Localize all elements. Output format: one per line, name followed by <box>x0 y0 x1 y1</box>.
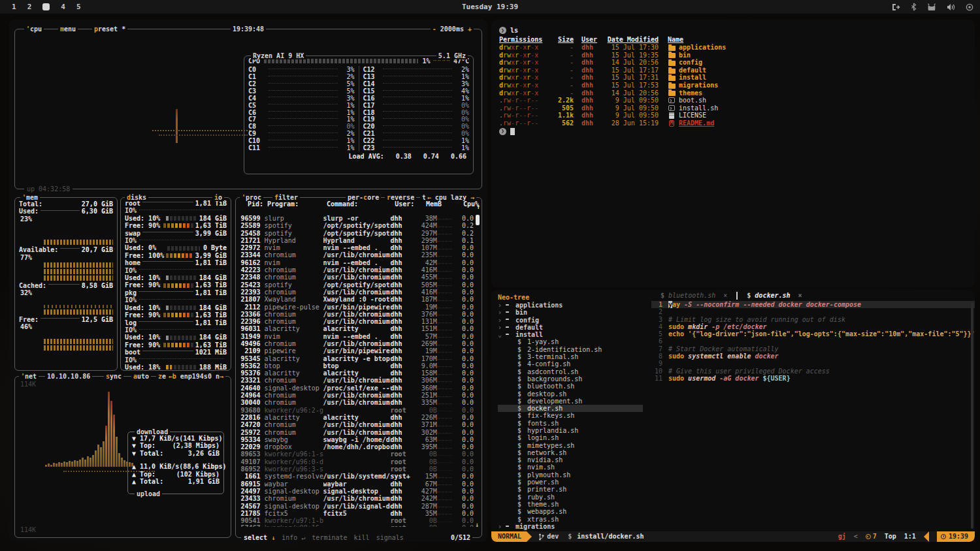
tab-bluetooth.sh[interactable]: $bluetooth.sh× <box>654 292 734 299</box>
process-row[interactable]: 31949nvimnvim --embed .dhh57M0.0 <box>237 333 474 340</box>
record-icon[interactable] <box>966 3 973 11</box>
proc-scrollbar[interactable] <box>476 215 480 524</box>
tree-item-fonts.sh[interactable]: $fonts.sh <box>498 420 651 427</box>
tree-item-4-config.sh[interactable]: $4-config.sh <box>498 360 651 368</box>
process-row[interactable]: 24964chromium/usr/lib/chromium/dhh251M0.… <box>237 392 474 399</box>
tree-item-asdcontrol.sh[interactable]: $asdcontrol.sh <box>498 368 651 375</box>
prompt-line-2[interactable]: ❯ <box>499 127 967 136</box>
process-row[interactable]: 30040chromium/usr/lib/chromium/dhh335M0.… <box>237 399 474 406</box>
process-row[interactable]: 89653kworker/u96:1-sdroot0B0.0 <box>237 451 474 458</box>
tree-item-install[interactable]: ⌄install <box>498 331 651 338</box>
process-row[interactable]: 96162nvimnvim --embed .dhh42M0.0 <box>237 259 474 266</box>
tree-item-nvim.sh[interactable]: $nvim.sh <box>498 464 651 471</box>
net-auto-button[interactable]: auto <box>131 373 151 380</box>
tree-item-network.sh[interactable]: $network.sh <box>498 449 651 456</box>
tab-docker.sh[interactable]: $docker.sh× <box>740 292 808 299</box>
tree-item-docker.sh[interactable]: $docker.sh <box>498 405 643 412</box>
tree-item-migrations[interactable]: ›migrations <box>498 523 651 530</box>
process-row[interactable]: 1661systemd-resolve/usr/lib/systemd/ssys… <box>237 473 474 480</box>
tree-item-printer.sh[interactable]: $printer.sh <box>498 486 651 493</box>
process-row[interactable]: 22029dropbox/home/dhh/.dropboxdhh395M0.0 <box>237 443 474 450</box>
tree-item-desktop.sh[interactable]: $desktop.sh <box>498 390 651 398</box>
net-sync-button[interactable]: sync <box>104 373 123 380</box>
process-row[interactable]: 21785fcitx5fcitx5dhh35M0.0 <box>237 510 474 517</box>
process-row[interactable]: 25423spotify/opt/spotify/spotidhh505M0.0 <box>237 281 474 289</box>
tree-item-development.sh[interactable]: $development.sh <box>498 398 651 405</box>
process-row[interactable]: 24640signal-desktop/proc/self/exe --tdhh… <box>237 385 474 392</box>
interval-plus-button[interactable]: + <box>468 25 472 33</box>
process-row[interactable]: 95376alacrittyalacrittydhh158M0.0 <box>237 370 474 377</box>
process-row[interactable]: 95334swaybgswaybg -i /home/dhdhh63M0.0 <box>237 436 474 443</box>
process-row[interactable]: 21721HyprlandHyprlanddhh299M0.1 <box>237 237 474 244</box>
process-row[interactable]: 42223chromium/usr/lib/chromium/dhh416M0.… <box>237 266 474 274</box>
io-mode-toggle[interactable]: io <box>212 194 224 201</box>
logout-icon[interactable] <box>892 3 900 11</box>
net-interface-switcher[interactable]: ←b enp194s0 n→ <box>167 373 225 380</box>
interval-minus-button[interactable]: - <box>433 25 436 33</box>
process-row[interactable]: 22396chromium/usr/lib/chromium/dhh131M0.… <box>237 318 474 325</box>
process-row[interactable]: 49107kworker/u96:0-dmroot0B0.0 <box>237 458 474 465</box>
tree-item-hyprlandia.sh[interactable]: $hyprlandia.sh <box>498 427 651 434</box>
process-row[interactable]: 23433chromium/usr/lib/chromium/dhh242M0.… <box>237 495 474 502</box>
tree-item-config[interactable]: ›config <box>498 317 651 324</box>
disks-box-title[interactable]: disks <box>125 194 148 201</box>
tree-item-login.sh[interactable]: $login.sh <box>498 434 651 441</box>
proc-scroll-up-icon[interactable]: ↑ <box>476 203 480 210</box>
tab-close-icon[interactable]: × <box>798 292 802 299</box>
editor-scrollbar[interactable] <box>971 303 973 529</box>
process-row[interactable]: 22972nvimnvim --embed .dhh107M0.0 <box>237 244 474 251</box>
process-row[interactable]: 2109pipewire/usr/bin/pipewiredhh19M0.0 <box>237 347 474 354</box>
process-row[interactable]: 25972chromium/usr/lib/chromium/dhh302M0.… <box>237 429 474 436</box>
tree-item-bluetooth.sh[interactable]: $bluetooth.sh <box>498 383 651 390</box>
process-row[interactable]: 24720chromium/usr/lib/chromium/dhh371M0.… <box>237 421 474 428</box>
process-row[interactable]: 2112pipewire-pulse/usr/bin/pipewire-dhh1… <box>237 304 474 311</box>
process-row[interactable]: 24497signal-desktopsignal-desktopdhh427M… <box>237 488 474 495</box>
select-button[interactable]: select <box>244 534 267 541</box>
process-row[interactable]: 96599slurpslurp -ordhh38M0.0 <box>237 215 474 222</box>
process-row[interactable]: 21807XwaylandXwayland :0 -rootldhh187M0.… <box>237 296 474 303</box>
tree-item-ruby.sh[interactable]: $ruby.sh <box>498 494 651 501</box>
tab-close-icon[interactable]: × <box>723 292 727 299</box>
signals-button[interactable]: signals <box>376 534 404 541</box>
info-button[interactable]: info ↵ <box>282 534 305 541</box>
terminate-button[interactable]: terminate <box>312 534 347 541</box>
tree-item-xtras.sh[interactable]: $xtras.sh <box>498 516 651 523</box>
tree-item-applications[interactable]: ›applications <box>498 302 651 309</box>
code-buffer[interactable]: 1yay -S --noconfirm --needed docker dock… <box>651 301 975 382</box>
tree-item-default[interactable]: ›default <box>498 324 651 331</box>
process-row[interactable]: 93680kworker/u96:2-gfroot0B0.0 <box>237 407 474 414</box>
process-row[interactable]: 90541kworker/u97:1-btroot0B0.0 <box>237 517 474 524</box>
cat-icon[interactable] <box>927 3 936 11</box>
tree-item-plymouth.sh[interactable]: $plymouth.sh <box>498 471 651 479</box>
process-row[interactable]: 25589spotify/opt/spotify/spotidhh424M0.2 <box>237 222 474 229</box>
editor-area[interactable]: $bluetooth.sh×$docker.sh× 1yay -S --noco… <box>651 290 975 531</box>
process-row[interactable]: 25458spotify/opt/spotify/spotidhh297M0.2 <box>237 230 474 237</box>
bluetooth-icon[interactable] <box>911 3 917 11</box>
tree-item-mimetypes.sh[interactable]: $mimetypes.sh <box>498 442 651 449</box>
process-row[interactable]: 86952kworker/u96:3-sdroot0B0.0 <box>237 465 474 473</box>
tree-item-2-identification.sh[interactable]: $2-identification.sh <box>498 346 651 353</box>
volume-icon[interactable] <box>947 3 955 11</box>
process-row[interactable]: 22816alacrittyalacrittydhh226M0.0 <box>237 414 474 421</box>
process-row[interactable]: 22393chromium/usr/lib/chromium/dhh416M0.… <box>237 289 474 296</box>
process-row[interactable]: 95362btopbtopdhh9.0M0.0 <box>237 362 474 370</box>
process-row[interactable]: 96031alacrittyalacrittydhh151M0.0 <box>237 325 474 332</box>
preset-button[interactable]: preset * <box>92 25 127 33</box>
tree-item-bin[interactable]: ›bin <box>498 309 651 316</box>
menu-button[interactable]: menu <box>58 25 78 33</box>
tree-item-backgrounds.sh[interactable]: $backgrounds.sh <box>498 375 651 383</box>
process-row[interactable]: 24567signal-desktop/usr/lib/signal-dedhh… <box>237 503 474 510</box>
process-row[interactable]: 95345alacrittyalacritty -e btopdhh170M0.… <box>237 355 474 362</box>
tree-item-3-terminal.sh[interactable]: $3-terminal.sh <box>498 353 651 360</box>
proc-sort-switcher[interactable]: ← cpu lazy → <box>425 194 476 201</box>
process-row[interactable]: 22348chromium/usr/lib/chromium/dhh455M0.… <box>237 274 474 281</box>
tree-item-nvidia.sh[interactable]: $nvidia.sh <box>498 456 651 464</box>
tree-item-1-yay.sh[interactable]: $1-yay.sh <box>498 338 651 345</box>
kill-button[interactable]: kill <box>354 534 370 541</box>
proc-filter-button[interactable]: filter <box>272 194 300 201</box>
process-row[interactable]: 86915waybarwaybardhh67M0.0 <box>237 480 474 488</box>
tree-item-power.sh[interactable]: $power.sh <box>498 479 651 486</box>
process-row[interactable]: 57467kworker/u98:16-broot0B0.0 <box>237 524 474 527</box>
process-row[interactable]: 23366chromium/usr/lib/chromium/dhh376M0.… <box>237 311 474 318</box>
proc-scroll-down-icon[interactable]: ↓ <box>475 521 479 528</box>
